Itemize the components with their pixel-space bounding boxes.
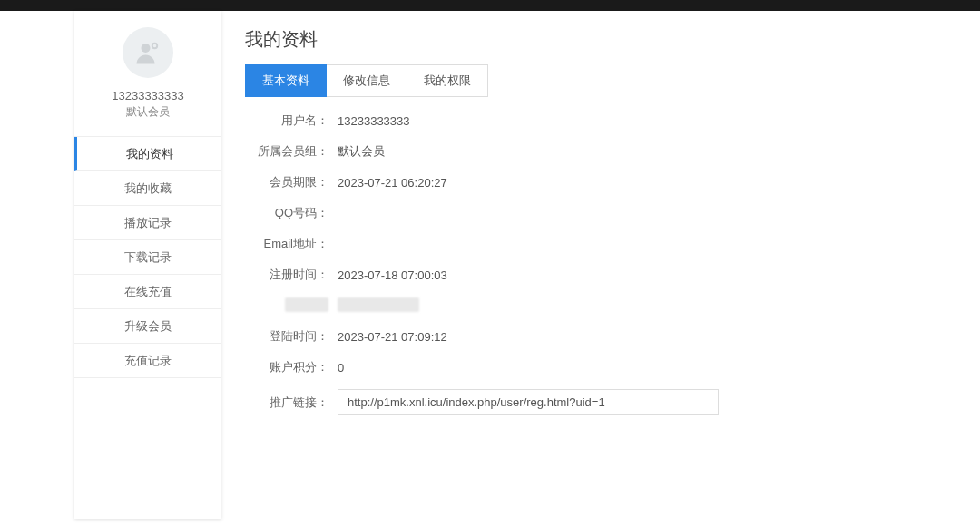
row-expire: 会员期限： 2023-07-21 06:20:27 xyxy=(245,173,971,191)
label-redacted xyxy=(245,297,328,315)
sidebar-nav: 我的资料 我的收藏 播放记录 下载记录 在线充值 升级会员 充值记录 xyxy=(74,137,221,378)
avatar-block: 13233333333 默认会员 xyxy=(74,11,221,137)
value-points: 0 xyxy=(338,361,344,375)
tab-edit-info[interactable]: 修改信息 xyxy=(327,64,407,97)
nav-item-download-history[interactable]: 下载记录 xyxy=(74,240,221,275)
row-reg-time: 注册时间： 2023-07-18 07:00:03 xyxy=(245,266,971,284)
sidebar-usergroup: 默认会员 xyxy=(83,104,212,120)
label-qq: QQ号码： xyxy=(245,205,328,221)
svg-point-0 xyxy=(142,44,151,53)
tabs: 基本资料 修改信息 我的权限 xyxy=(245,64,971,97)
avatar-icon xyxy=(122,27,173,78)
row-username: 用户名： 13233333333 xyxy=(245,112,971,130)
page-title: 我的资料 xyxy=(245,27,971,52)
row-email: Email地址： xyxy=(245,235,971,253)
row-group: 所属会员组： 默认会员 xyxy=(245,142,971,161)
label-reg-time: 注册时间： xyxy=(245,267,328,283)
sidebar: 13233333333 默认会员 我的资料 我的收藏 播放记录 下载记录 在线充… xyxy=(74,11,221,519)
nav-item-label: 我的收藏 xyxy=(124,182,172,195)
row-points: 账户积分： 0 xyxy=(245,358,971,376)
top-bar xyxy=(0,0,980,11)
tab-label: 我的权限 xyxy=(424,73,471,87)
label-group: 所属会员组： xyxy=(245,143,328,160)
tab-label: 修改信息 xyxy=(343,73,390,87)
nav-item-recharge-history[interactable]: 充值记录 xyxy=(74,344,221,378)
label-login-time: 登陆时间： xyxy=(245,328,328,345)
promo-link-input[interactable] xyxy=(338,389,719,415)
nav-item-upgrade[interactable]: 升级会员 xyxy=(74,309,221,344)
label-email: Email地址： xyxy=(245,236,328,252)
nav-item-label: 我的资料 xyxy=(126,148,173,161)
row-promo-link: 推广链接： xyxy=(245,389,971,415)
nav-item-play-history[interactable]: 播放记录 xyxy=(74,206,221,240)
value-redacted xyxy=(338,297,419,315)
nav-item-favorites[interactable]: 我的收藏 xyxy=(74,171,221,206)
label-promo-link: 推广链接： xyxy=(245,394,328,411)
value-promo-link xyxy=(338,389,719,415)
value-username: 13233333333 xyxy=(338,114,410,128)
tab-basic-info[interactable]: 基本资料 xyxy=(245,64,327,97)
value-group: 默认会员 xyxy=(338,143,385,160)
label-expire: 会员期限： xyxy=(245,174,328,190)
label-username: 用户名： xyxy=(245,112,328,129)
tab-permissions[interactable]: 我的权限 xyxy=(407,64,488,97)
value-login-time: 2023-07-21 07:09:12 xyxy=(338,330,447,344)
nav-item-label: 播放记录 xyxy=(124,217,172,229)
nav-item-label: 充值记录 xyxy=(124,355,172,367)
nav-item-label: 在线充值 xyxy=(124,286,172,298)
value-expire: 2023-07-21 06:20:27 xyxy=(338,176,447,190)
container: 13233333333 默认会员 我的资料 我的收藏 播放记录 下载记录 在线充… xyxy=(0,11,980,519)
label-points: 账户积分： xyxy=(245,359,328,375)
profile-rows: 用户名： 13233333333 所属会员组： 默认会员 会员期限： 2023-… xyxy=(245,110,971,415)
nav-item-profile[interactable]: 我的资料 xyxy=(74,137,221,171)
row-qq: QQ号码： xyxy=(245,204,971,222)
main: 我的资料 基本资料 修改信息 我的权限 用户名： 13233333333 所属会… xyxy=(221,11,980,519)
nav-item-recharge[interactable]: 在线充值 xyxy=(74,275,221,309)
value-reg-time: 2023-07-18 07:00:03 xyxy=(338,268,447,282)
nav-item-label: 升级会员 xyxy=(124,320,172,333)
row-redacted xyxy=(245,297,971,315)
nav-item-label: 下载记录 xyxy=(124,251,172,264)
row-login-time: 登陆时间： 2023-07-21 07:09:12 xyxy=(245,327,971,346)
sidebar-username: 13233333333 xyxy=(83,89,212,102)
tab-label: 基本资料 xyxy=(262,73,309,87)
